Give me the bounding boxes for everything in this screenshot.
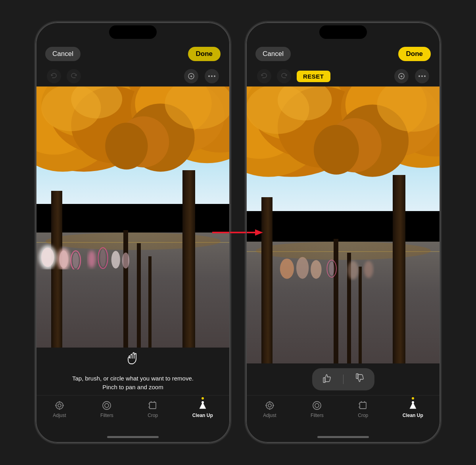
tab-crop-right[interactable]: Crop xyxy=(358,400,368,418)
svg-point-86 xyxy=(313,402,321,409)
filters-icon-left xyxy=(102,400,112,411)
trunk-mid-6 xyxy=(359,267,362,363)
hand-icon xyxy=(125,351,141,370)
redo-button-right[interactable] xyxy=(277,69,291,83)
tab-label-cleanup-left: Clean Up xyxy=(192,413,213,418)
people-right xyxy=(275,219,392,281)
svg-point-46 xyxy=(202,401,204,404)
icon-bar-right: RESET ✦ xyxy=(246,66,440,86)
feedback-divider xyxy=(343,375,344,384)
trunk-left-2 xyxy=(261,197,273,363)
svg-point-93 xyxy=(412,401,414,404)
crop-icon-left xyxy=(148,400,158,411)
instruction-area: Tap, brush, or circle what you want to r… xyxy=(36,348,230,395)
tab-label-crop-right: Crop xyxy=(358,413,368,418)
svg-point-4 xyxy=(214,75,215,77)
trunk-right-2 xyxy=(393,175,405,363)
magic-button-left[interactable]: ✦ xyxy=(184,69,198,83)
tab-filters-left[interactable]: Filters xyxy=(100,400,113,418)
filters-icon-right xyxy=(312,400,322,411)
done-button-left[interactable]: Done xyxy=(188,47,221,61)
tab-crop-left[interactable]: Crop xyxy=(148,400,158,418)
svg-point-71 xyxy=(280,259,294,279)
svg-point-87 xyxy=(315,404,319,407)
tab-adjust-right[interactable]: Adjust xyxy=(263,400,276,418)
feedback-buttons xyxy=(312,368,374,390)
svg-point-40 xyxy=(105,404,109,407)
svg-point-53 xyxy=(424,75,426,77)
undo-button-right[interactable] xyxy=(257,69,271,83)
more-button-left[interactable] xyxy=(205,69,219,83)
instruction-line1: Tap, brush, or circle what you want to r… xyxy=(72,374,194,383)
status-bar-left xyxy=(36,22,230,42)
svg-point-30 xyxy=(100,249,106,267)
tabs-bar-left: Adjust Filters xyxy=(36,395,230,431)
icon-bar-left: ✦ xyxy=(36,66,230,86)
svg-text:✦: ✦ xyxy=(190,74,193,79)
tab-label-crop-left: Crop xyxy=(148,413,158,418)
svg-text:✦: ✦ xyxy=(400,74,403,79)
more-button-right[interactable] xyxy=(415,69,429,83)
svg-rect-78 xyxy=(323,378,325,382)
crop-icon-right xyxy=(358,400,368,411)
tab-label-filters-right: Filters xyxy=(311,413,324,418)
home-indicator-right xyxy=(246,431,440,443)
top-bar-right: Cancel Done xyxy=(246,42,440,66)
svg-point-75 xyxy=(329,262,334,276)
bottom-section-right: Adjust Filters xyxy=(246,363,440,443)
svg-point-39 xyxy=(103,402,111,409)
dynamic-island-right xyxy=(319,25,367,39)
redo-button-left[interactable] xyxy=(67,69,81,83)
home-bar-left xyxy=(107,436,159,438)
home-bar-right xyxy=(317,436,369,438)
svg-point-52 xyxy=(421,75,423,77)
bottom-section-left: Tap, brush, or circle what you want to r… xyxy=(36,348,230,443)
tab-label-cleanup-right: Clean Up xyxy=(403,413,423,418)
reset-button-right[interactable]: RESET xyxy=(297,71,330,82)
cancel-button-left[interactable]: Cancel xyxy=(45,47,81,61)
trunk-mid-3 xyxy=(148,256,152,348)
cleanup-icon-left xyxy=(198,400,208,411)
svg-point-18 xyxy=(105,123,148,169)
phone-left: Cancel Done xyxy=(36,22,230,443)
svg-point-31 xyxy=(111,251,120,268)
tabs-bar-right: Adjust Filters xyxy=(246,395,440,431)
svg-point-67 xyxy=(314,125,359,175)
adjust-icon-left xyxy=(54,400,65,411)
before-after-arrow xyxy=(212,229,264,236)
top-bar-left: Cancel Done xyxy=(36,42,230,66)
tab-cleanup-right[interactable]: Clean Up xyxy=(403,400,423,418)
phone-right: Cancel Done xyxy=(246,22,440,443)
svg-point-51 xyxy=(418,75,420,77)
svg-point-76 xyxy=(347,261,358,280)
svg-point-32 xyxy=(122,252,129,268)
svg-point-27 xyxy=(73,252,79,268)
photo-right[interactable] xyxy=(246,86,440,363)
instruction-line2: Pinch to pan and zoom xyxy=(72,383,194,392)
tab-filters-right[interactable]: Filters xyxy=(311,400,324,418)
done-button-right[interactable]: Done xyxy=(398,47,431,61)
svg-point-80 xyxy=(266,402,273,409)
people-left xyxy=(36,212,172,269)
svg-point-77 xyxy=(364,261,373,278)
svg-point-81 xyxy=(268,404,271,407)
svg-point-2 xyxy=(208,75,210,77)
tab-label-filters-left: Filters xyxy=(100,413,113,418)
tab-label-adjust-right: Adjust xyxy=(263,413,276,418)
tab-adjust-left[interactable]: Adjust xyxy=(53,400,66,418)
photo-left[interactable] xyxy=(36,86,230,348)
svg-point-3 xyxy=(211,75,213,77)
svg-point-23 xyxy=(41,248,54,267)
feedback-area xyxy=(246,363,440,395)
tab-label-adjust-left: Adjust xyxy=(53,413,66,418)
svg-rect-41 xyxy=(150,402,156,409)
cancel-button-right[interactable]: Cancel xyxy=(255,47,291,61)
svg-point-72 xyxy=(296,257,308,279)
thumbdown-button[interactable] xyxy=(353,371,367,387)
tab-cleanup-left[interactable]: Clean Up xyxy=(192,400,213,418)
svg-point-33 xyxy=(56,402,63,409)
undo-button-left[interactable] xyxy=(47,69,61,83)
thumbup-button[interactable] xyxy=(320,371,334,387)
svg-point-73 xyxy=(311,260,321,279)
magic-button-right[interactable]: ✦ xyxy=(394,69,409,83)
